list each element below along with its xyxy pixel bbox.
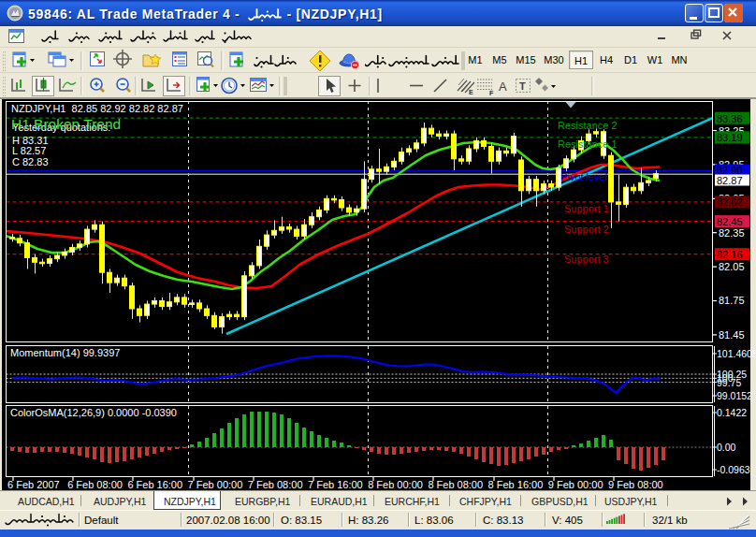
svg-text:81.45: 81.45 — [719, 329, 745, 341]
svg-text:Support 3: Support 3 — [564, 254, 609, 265]
svg-text:V: 405: V: 405 — [552, 515, 583, 526]
svg-text:Resistance 1: Resistance 1 — [558, 138, 618, 150]
svg-text:101.4605: 101.4605 — [717, 348, 756, 359]
svg-text:82.05: 82.05 — [719, 261, 745, 272]
svg-text:-0.0963: -0.0963 — [717, 464, 750, 475]
svg-text:H: 83.26: H: 83.26 — [348, 515, 388, 526]
svg-text:6 Feb 08:00: 6 Feb 08:00 — [67, 479, 123, 490]
svg-text:9 Feb 00:00: 9 Feb 00:00 — [548, 479, 603, 490]
svg-text:6 Feb 16:00: 6 Feb 16:00 — [127, 479, 182, 490]
svg-text:9 Feb 08:00: 9 Feb 08:00 — [608, 479, 663, 490]
svg-text:6 Feb 2007: 6 Feb 2007 — [7, 479, 60, 490]
svg-text:82.35: 82.35 — [719, 227, 745, 239]
svg-text:8 Feb 08:00: 8 Feb 08:00 — [428, 479, 483, 490]
svg-text:H1 Broken Trend: H1 Broken Trend — [11, 116, 121, 132]
svg-text:NZDJPY,H1 82.85 82.92 82.82 8: NZDJPY,H1 82.85 82.92 82.82 82.87 — [11, 103, 183, 114]
svg-text:83.19: 83.19 — [717, 132, 743, 143]
svg-text:99.0152: 99.0152 — [717, 390, 752, 401]
svg-text:0.1422: 0.1422 — [717, 407, 747, 418]
svg-text:C 82.83: C 82.83 — [12, 156, 49, 167]
svg-text:O: 83.15: O: 83.15 — [281, 515, 322, 526]
svg-text:Support 2: Support 2 — [564, 224, 609, 235]
svg-text:82.87: 82.87 — [717, 175, 743, 186]
svg-text:8 Feb 00:00: 8 Feb 00:00 — [368, 479, 423, 490]
svg-text:82.62: 82.62 — [717, 196, 743, 208]
svg-text:82.16: 82.16 — [717, 249, 743, 260]
svg-text:99.75: 99.75 — [717, 377, 741, 388]
svg-text:8 Feb 16:00: 8 Feb 16:00 — [488, 479, 544, 490]
svg-text:C: 83.13: C: 83.13 — [483, 515, 523, 526]
svg-text:Pivot level: Pivot level — [560, 171, 607, 182]
svg-text:Resistance 2: Resistance 2 — [558, 120, 618, 131]
svg-text:7 Feb 00:00: 7 Feb 00:00 — [188, 479, 243, 490]
svg-text:7 Feb 08:00: 7 Feb 08:00 — [248, 479, 303, 490]
svg-text:81.75: 81.75 — [719, 295, 745, 306]
svg-text:83.36: 83.36 — [717, 113, 743, 124]
svg-text:Support 1: Support 1 — [564, 203, 609, 214]
svg-text:0.00: 0.00 — [717, 442, 736, 453]
svg-text:32/1 kb: 32/1 kb — [652, 515, 688, 526]
svg-text:2007.02.08 16:00: 2007.02.08 16:00 — [186, 515, 270, 526]
svg-text:Default: Default — [84, 515, 119, 526]
svg-text:82.45: 82.45 — [717, 216, 743, 227]
svg-text:Momentum(14) 99.9397: Momentum(14) 99.9397 — [10, 347, 120, 358]
svg-text:7 Feb 16:00: 7 Feb 16:00 — [308, 479, 363, 490]
svg-text:L: 83.06: L: 83.06 — [414, 515, 454, 526]
svg-text:L 82.57: L 82.57 — [12, 145, 46, 156]
svg-text:ColorOsMA(12,26,9) 0.0000 -0.0: ColorOsMA(12,26,9) 0.0000 -0.0390 — [10, 407, 177, 418]
